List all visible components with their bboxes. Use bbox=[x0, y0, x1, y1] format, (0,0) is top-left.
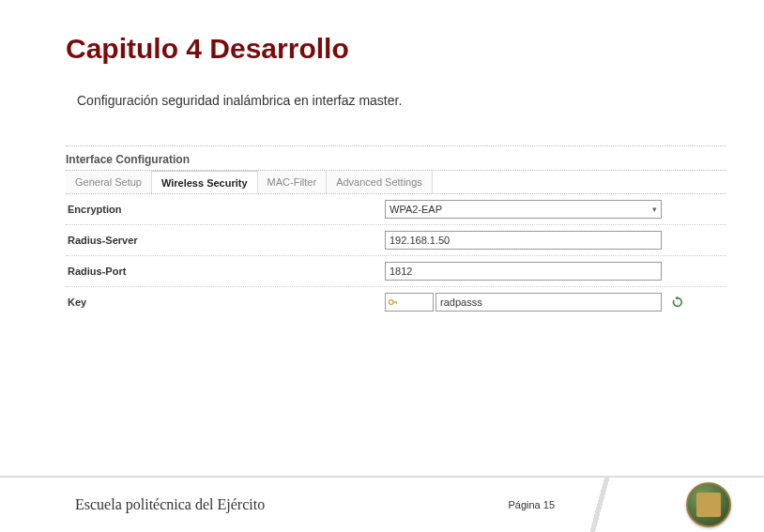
interface-config-panel: Interface Configuration General Setup Wi… bbox=[66, 145, 726, 317]
tab-general-setup[interactable]: General Setup bbox=[66, 171, 152, 193]
select-encryption-value: WPA2-EAP bbox=[390, 204, 442, 215]
label-radius-server: Radius-Server bbox=[66, 235, 385, 246]
chevron-down-icon: ▾ bbox=[652, 205, 657, 214]
svg-rect-2 bbox=[396, 301, 397, 303]
row-radius-server: Radius-Server bbox=[66, 225, 726, 256]
svg-point-0 bbox=[389, 300, 393, 305]
select-encryption[interactable]: WPA2-EAP ▾ bbox=[385, 200, 662, 219]
tab-advanced-settings[interactable]: Advanced Settings bbox=[327, 171, 433, 193]
row-key: Key bbox=[66, 287, 726, 317]
key-icon bbox=[388, 296, 399, 308]
footer-divider bbox=[581, 478, 619, 532]
tab-mac-filter[interactable]: MAC-Filter bbox=[258, 171, 328, 193]
footer-school-name: Escuela politécnica del Ejército bbox=[75, 496, 508, 513]
input-radius-port[interactable] bbox=[385, 262, 662, 281]
input-radius-server[interactable] bbox=[385, 231, 662, 250]
page-subtitle: Configuración seguridad inalámbrica en i… bbox=[77, 93, 764, 108]
row-radius-port: Radius-Port bbox=[66, 256, 726, 287]
page-title: Capitulo 4 Desarrollo bbox=[66, 33, 764, 65]
row-encryption: Encryption WPA2-EAP ▾ bbox=[66, 194, 726, 225]
footer-logo bbox=[686, 482, 731, 527]
section-heading: Interface Configuration bbox=[66, 145, 726, 170]
label-key: Key bbox=[66, 296, 385, 308]
refresh-icon[interactable] bbox=[671, 296, 684, 309]
tabs-container: General Setup Wireless Security MAC-Filt… bbox=[66, 170, 726, 194]
label-encryption: Encryption bbox=[66, 204, 385, 215]
key-visibility-toggle[interactable] bbox=[385, 293, 434, 312]
label-radius-port: Radius-Port bbox=[66, 266, 385, 277]
footer-page-number: Página 15 bbox=[508, 499, 555, 510]
tab-wireless-security[interactable]: Wireless Security bbox=[152, 171, 258, 193]
input-key[interactable] bbox=[435, 293, 662, 312]
school-crest-icon bbox=[686, 482, 731, 527]
footer: Escuela politécnica del Ejército Página … bbox=[0, 476, 764, 532]
